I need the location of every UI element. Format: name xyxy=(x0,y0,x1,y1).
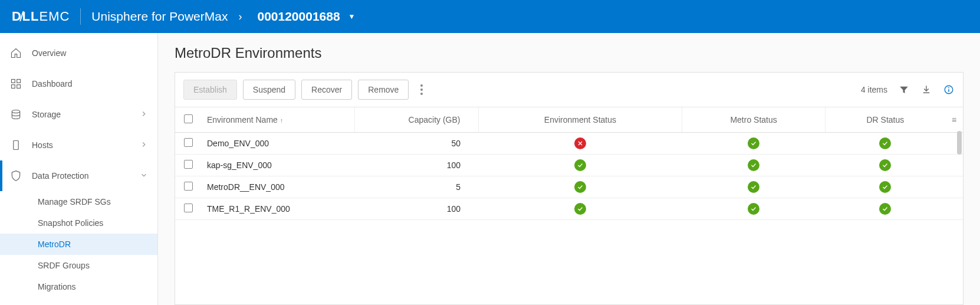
sidebar-item-label: Overview xyxy=(32,48,66,58)
col-capacity[interactable]: Capacity (GB) xyxy=(354,107,478,133)
cell-env-status xyxy=(478,155,682,176)
svg-point-4 xyxy=(12,110,19,113)
chevron-down-icon xyxy=(140,171,148,181)
status-ok-icon xyxy=(748,181,759,193)
breadcrumb-chevron-icon: › xyxy=(238,11,242,23)
more-actions-icon[interactable] xyxy=(415,80,429,100)
sidebar-sub-srdf-groups[interactable]: SRDF Groups xyxy=(0,255,157,276)
table-row[interactable]: Demo_ENV_00050 xyxy=(175,133,963,155)
status-ok-icon xyxy=(879,181,891,193)
sidebar-item-storage[interactable]: Storage xyxy=(0,99,157,130)
status-ok-icon xyxy=(574,181,586,193)
cell-env-status xyxy=(478,176,682,198)
col-metro-status[interactable]: Metro Status xyxy=(682,107,825,133)
cell-metro-status xyxy=(682,133,825,155)
sidebar-item-label: Hosts xyxy=(32,140,53,150)
sidebar-item-label: Data Protection xyxy=(32,171,89,181)
table-toolbar: Establish Suspend Recover Remove 4 items xyxy=(175,73,963,107)
cell-name: MetroDR__ENV_000 xyxy=(201,176,354,198)
scrollbar-thumb[interactable] xyxy=(957,131,962,155)
row-checkbox[interactable] xyxy=(184,204,193,212)
status-ok-icon xyxy=(574,203,586,215)
remove-button[interactable]: Remove xyxy=(358,80,409,100)
svg-rect-0 xyxy=(12,80,15,83)
cell-env-status xyxy=(478,198,682,220)
cell-dr-status xyxy=(825,176,945,198)
cell-capacity: 100 xyxy=(354,198,478,220)
sidebar-sub-snapshot-policies[interactable]: Snapshot Policies xyxy=(0,212,157,234)
status-ok-icon xyxy=(879,159,891,171)
cell-metro-status xyxy=(682,176,825,198)
app-header: D∕LLEMC Unisphere for PowerMax › 0001200… xyxy=(0,0,980,33)
sidebar-sub-manage-srdf-sgs[interactable]: Manage SRDF SGs xyxy=(0,191,157,212)
cell-dr-status xyxy=(825,198,945,220)
environments-table: Environment Name↑ Capacity (GB) Environm… xyxy=(175,107,963,220)
page-title: MetroDR Environments xyxy=(175,45,963,61)
table-row[interactable]: TME_R1_R_ENV_000100 xyxy=(175,198,963,220)
svg-rect-2 xyxy=(12,85,15,88)
status-ok-icon xyxy=(879,203,891,215)
filter-icon[interactable] xyxy=(898,84,910,96)
svg-rect-3 xyxy=(17,85,21,88)
row-checkbox[interactable] xyxy=(184,160,193,169)
col-environment-name[interactable]: Environment Name↑ xyxy=(201,107,354,133)
svg-rect-1 xyxy=(17,80,21,83)
cell-env-status xyxy=(478,133,682,155)
col-env-status[interactable]: Environment Status xyxy=(478,107,682,133)
storage-icon xyxy=(9,108,22,121)
cell-capacity: 50 xyxy=(354,133,478,155)
status-error-icon xyxy=(574,137,586,149)
app-name[interactable]: Unisphere for PowerMax xyxy=(91,9,228,24)
shield-icon xyxy=(9,169,22,182)
cell-name: kap-sg_ENV_000 xyxy=(201,155,354,176)
table-row[interactable]: kap-sg_ENV_000100 xyxy=(175,155,963,176)
row-checkbox[interactable] xyxy=(184,182,193,191)
cell-dr-status xyxy=(825,133,945,155)
column-settings-icon[interactable]: ≡ xyxy=(945,107,963,133)
status-ok-icon xyxy=(748,203,759,215)
system-id-selector[interactable]: 000120001688 xyxy=(257,9,340,24)
sidebar-item-dashboard[interactable]: Dashboard xyxy=(0,68,157,99)
status-ok-icon xyxy=(748,137,759,149)
recover-button[interactable]: Recover xyxy=(301,80,352,100)
brand-logo: D∕LLEMC xyxy=(12,9,70,24)
sidebar-sub-migrations[interactable]: Migrations xyxy=(0,276,157,297)
home-icon xyxy=(9,47,22,60)
sidebar-sub-metrodr[interactable]: MetroDR xyxy=(0,234,157,255)
sort-asc-icon: ↑ xyxy=(280,117,284,124)
cell-capacity: 5 xyxy=(354,176,478,198)
cell-metro-status xyxy=(682,198,825,220)
cell-name: Demo_ENV_000 xyxy=(201,133,354,155)
hosts-icon xyxy=(9,139,22,152)
cell-name: TME_R1_R_ENV_000 xyxy=(201,198,354,220)
chevron-right-icon xyxy=(140,110,148,120)
chevron-right-icon xyxy=(140,140,148,150)
suspend-button[interactable]: Suspend xyxy=(243,80,295,100)
select-all-checkbox[interactable] xyxy=(184,114,193,123)
item-count: 4 items xyxy=(861,85,887,94)
sidebar-item-label: Dashboard xyxy=(32,79,73,88)
status-ok-icon xyxy=(879,137,891,149)
sidebar-item-overview[interactable]: Overview xyxy=(0,38,157,68)
status-ok-icon xyxy=(574,159,586,171)
info-icon[interactable] xyxy=(943,84,955,96)
export-icon[interactable] xyxy=(920,84,932,96)
header-separator xyxy=(80,8,81,25)
sidebar: Overview Dashboard Storage Hosts Data Pr… xyxy=(0,33,158,305)
sidebar-item-label: Storage xyxy=(32,110,61,119)
main-content: MetroDR Environments Establish Suspend R… xyxy=(158,33,980,305)
table-row[interactable]: MetroDR__ENV_0005 xyxy=(175,176,963,198)
dashboard-icon xyxy=(9,77,22,90)
col-dr-status[interactable]: DR Status xyxy=(825,107,945,133)
establish-button[interactable]: Establish xyxy=(183,80,237,100)
chevron-down-icon[interactable]: ▼ xyxy=(348,12,356,21)
svg-point-9 xyxy=(948,87,949,88)
sidebar-item-data-protection[interactable]: Data Protection xyxy=(0,160,157,191)
status-ok-icon xyxy=(748,159,759,171)
cell-dr-status xyxy=(825,155,945,176)
environments-panel: Establish Suspend Recover Remove 4 items xyxy=(175,72,963,305)
sidebar-item-hosts[interactable]: Hosts xyxy=(0,130,157,160)
row-checkbox[interactable] xyxy=(184,138,193,147)
cell-metro-status xyxy=(682,155,825,176)
svg-rect-5 xyxy=(14,141,18,150)
